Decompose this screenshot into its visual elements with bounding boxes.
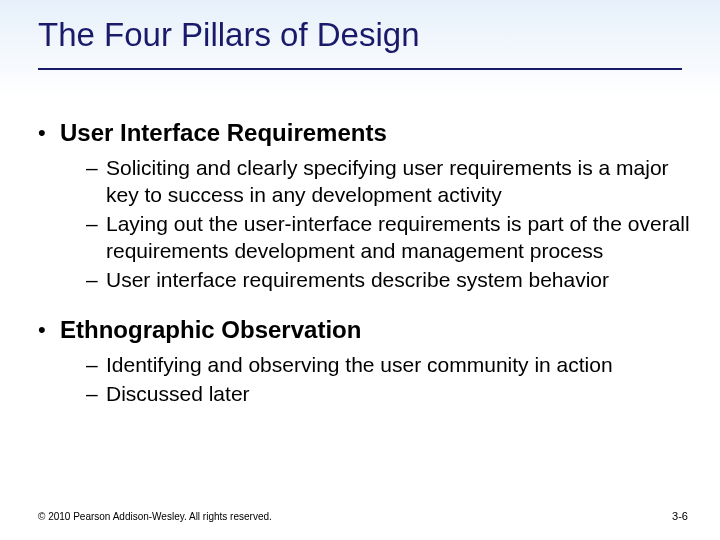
bullet-icon: • bbox=[38, 118, 60, 148]
dash-icon: – bbox=[86, 351, 106, 378]
list-item-text: Discussed later bbox=[106, 380, 690, 407]
list-item: – Soliciting and clearly specifying user… bbox=[38, 154, 690, 208]
bullet-icon: • bbox=[38, 315, 60, 345]
title-underline bbox=[38, 68, 682, 70]
dash-icon: – bbox=[86, 154, 106, 208]
slide-title: The Four Pillars of Design bbox=[38, 16, 682, 54]
section-1-list: – Soliciting and clearly specifying user… bbox=[38, 154, 690, 293]
footer-copyright: © 2010 Pearson Addison-Wesley. All right… bbox=[38, 511, 272, 522]
section-2: • Ethnographic Observation bbox=[38, 315, 690, 345]
section-2-list: – Identifying and observing the user com… bbox=[38, 351, 690, 407]
list-item: – Laying out the user-interface requirem… bbox=[38, 210, 690, 264]
dash-icon: – bbox=[86, 380, 106, 407]
dash-icon: – bbox=[86, 210, 106, 264]
list-item-text: User interface requirements describe sys… bbox=[106, 266, 690, 293]
list-item-text: Identifying and observing the user commu… bbox=[106, 351, 690, 378]
list-item-text: Soliciting and clearly specifying user r… bbox=[106, 154, 690, 208]
section-1-heading: User Interface Requirements bbox=[60, 118, 387, 148]
footer-page-number: 3-6 bbox=[672, 510, 688, 522]
list-item: – Identifying and observing the user com… bbox=[38, 351, 690, 378]
list-item: – User interface requirements describe s… bbox=[38, 266, 690, 293]
slide-content: • User Interface Requirements – Soliciti… bbox=[38, 118, 690, 429]
slide: The Four Pillars of Design • User Interf… bbox=[0, 0, 720, 540]
section-2-heading: Ethnographic Observation bbox=[60, 315, 361, 345]
list-item-text: Laying out the user-interface requiremen… bbox=[106, 210, 690, 264]
section-1: • User Interface Requirements bbox=[38, 118, 690, 148]
list-item: – Discussed later bbox=[38, 380, 690, 407]
dash-icon: – bbox=[86, 266, 106, 293]
